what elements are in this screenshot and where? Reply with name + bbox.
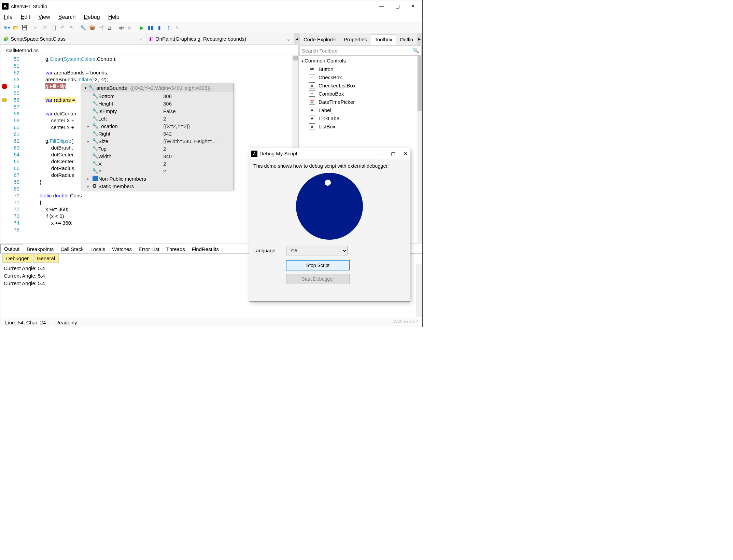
bottom-tab[interactable]: FindResults — [188, 245, 222, 253]
wrench-icon: 🔧 — [88, 85, 95, 91]
class-selector[interactable]: 🧩 ScriptSpace.ScriptClass ⌄ — [0, 33, 146, 44]
tab-outline[interactable]: Outlin — [396, 34, 417, 45]
toolbox-item[interactable]: A Label — [299, 106, 422, 114]
bottom-tab[interactable]: Output — [0, 244, 23, 253]
menu-debug[interactable]: Debug — [82, 13, 101, 21]
run-icon[interactable]: ▶ — [138, 24, 146, 32]
undo-icon[interactable]: ↶ — [58, 24, 67, 32]
bottom-tab[interactable]: Error List — [135, 245, 163, 253]
language-select[interactable]: C# — [286, 246, 348, 255]
marker-gutter — [0, 55, 9, 243]
tooltip-row[interactable]: 🔧 Top2 — [81, 145, 234, 152]
subtab-debugger[interactable]: Debugger — [2, 254, 32, 263]
minimize-button[interactable]: — — [378, 151, 383, 156]
tooltip-row[interactable]: 🔧 Width340 — [81, 152, 234, 160]
save-icon[interactable]: 💾 — [20, 24, 28, 32]
titlebar: A AlterNET Studio — ▢ ✕ — [0, 0, 422, 12]
toolbox-item-icon: 📅 — [309, 99, 315, 105]
toolbox-search[interactable]: Search Toolbox 🔍 — [299, 45, 422, 56]
close-button[interactable]: ✕ — [404, 151, 408, 156]
menubar: File Edit View Search Debug Help — [0, 12, 422, 22]
tool-icon-4[interactable]: 🖨 — [105, 24, 114, 32]
bottom-tab[interactable]: Watches — [109, 245, 135, 253]
toolbox-item[interactable]: ≣ CheckedListBox — [299, 81, 422, 89]
bottom-tab[interactable]: Breakpoints — [23, 245, 57, 253]
toolbox-item[interactable]: ab Button — [299, 65, 422, 73]
line-numbers: 5051525354555657585960616263646566676869… — [9, 55, 22, 243]
file-tab[interactable]: CallMethod.cs — [2, 46, 43, 55]
status-position: Line: 54, Char: 24 — [4, 320, 47, 325]
statusbar: Line: 54, Char: 24 Readonly — [0, 318, 422, 327]
toolbox-item[interactable]: 📅 DateTimePicker — [299, 98, 422, 106]
language-label: Language: — [253, 248, 281, 253]
paste-icon[interactable]: 📋 — [50, 24, 58, 32]
breakpoint-icon[interactable] — [2, 84, 7, 89]
tabs-scroll-left[interactable]: ◂ — [294, 33, 300, 45]
toolbox-item-label: Button — [319, 66, 333, 72]
maximize-button[interactable]: ▢ — [390, 1, 405, 12]
dot-circle — [325, 180, 331, 186]
tool-icon-3[interactable]: 📑 — [97, 24, 105, 32]
output-scrollbar[interactable] — [416, 264, 422, 317]
toolbox-item-label: Label — [319, 107, 331, 113]
tab-properties[interactable]: Properties — [340, 34, 371, 45]
tooltip-row[interactable]: 🔧 Y2 — [81, 167, 234, 175]
toolbox-item[interactable]: A LinkLabel — [299, 114, 422, 122]
stop-icon[interactable]: ▮ — [155, 24, 164, 32]
toolbox-group[interactable]: Common Controls — [299, 56, 422, 65]
step-over-icon[interactable]: ⤵ — [164, 24, 172, 32]
tooltip-row[interactable]: 🔧 Bottom308 — [81, 92, 234, 100]
toolbox-item-label: LinkLabel — [319, 115, 340, 121]
close-button[interactable]: ✕ — [405, 1, 421, 12]
tooltip-varname: arenaBounds — [96, 85, 127, 91]
step-into-icon[interactable]: ⤷ — [173, 24, 181, 32]
tab-toolbox[interactable]: Toolbox — [371, 34, 396, 45]
tooltip-row[interactable]: ▸🟦 Non-Public members — [81, 175, 234, 182]
tooltip-row[interactable]: 🔧 X2 — [81, 160, 234, 167]
nav-back-icon[interactable]: ◀▾ — [117, 24, 125, 32]
toolbox-item-icon: ▾ — [309, 90, 315, 97]
tooltip-row[interactable]: 🔧 Right342 — [81, 130, 234, 137]
bottom-tab[interactable]: Call Stack — [57, 245, 87, 253]
open-folder-icon[interactable]: 📂 — [11, 24, 19, 32]
tool-icon-2[interactable]: 📦 — [88, 24, 96, 32]
menu-search[interactable]: Search — [57, 13, 77, 21]
tooltip-row[interactable]: 🔧 IsEmptyFalse — [81, 107, 234, 115]
bottom-tab[interactable]: Threads — [163, 245, 188, 253]
tab-code-explorer[interactable]: Code Explorer — [300, 34, 340, 45]
tooltip-row[interactable]: ▸⚙ Static members — [81, 182, 234, 190]
tooltip-row[interactable]: ▸🔧 Size{{Width=340, Height=… — [81, 137, 234, 145]
tooltip-row[interactable]: ▸🔧 Location{{X=2,Y=2}} — [81, 122, 234, 130]
toolbox-item[interactable]: ✓ CheckBox — [299, 73, 422, 81]
menu-edit[interactable]: Edit — [19, 13, 32, 21]
subtab-general[interactable]: General — [33, 254, 59, 263]
app-title: AlterNET Studio — [11, 3, 47, 9]
fold-column — [22, 55, 27, 243]
file-tabs: CallMethod.cs — [0, 45, 298, 55]
debug-canvas — [253, 171, 406, 240]
search-icon: 🔍 — [413, 47, 419, 54]
new-file-icon[interactable]: 🗎▾ — [2, 24, 11, 32]
menu-view[interactable]: View — [37, 13, 51, 21]
nav-fwd-icon[interactable]: ▶ — [126, 24, 134, 32]
tabs-scroll-right[interactable]: ▸ — [417, 33, 422, 45]
cut-icon[interactable]: ✂ — [32, 24, 40, 32]
redo-icon[interactable]: ↷ — [67, 24, 75, 32]
tooltip-row[interactable]: 🔧 Left2 — [81, 115, 234, 122]
pause-icon[interactable]: ▮▮ — [146, 24, 155, 32]
tool-icon-1[interactable]: 🔧 — [79, 24, 87, 32]
copy-icon[interactable]: ⧉ — [41, 24, 49, 32]
toolbox-item[interactable]: ≣ ListBox — [299, 122, 422, 130]
debug-window-title: Debug My Script — [259, 151, 297, 156]
bottom-tab[interactable]: Locals — [87, 245, 109, 253]
tooltip-summary: {{X=2,Y=2,Width=340,Height=306}} — [130, 85, 211, 91]
menu-help[interactable]: Help — [107, 13, 121, 21]
minimize-button[interactable]: — — [374, 1, 390, 12]
menu-file[interactable]: File — [2, 13, 14, 21]
tooltip-row[interactable]: 🔧 Height306 — [81, 100, 234, 107]
toolbox-scrollbar[interactable] — [417, 56, 422, 243]
toolbox-item[interactable]: ▾ ComboBox — [299, 89, 422, 98]
maximize-button[interactable]: ▢ — [391, 151, 395, 156]
stop-script-button[interactable]: Stop Script — [286, 260, 350, 270]
method-selector[interactable]: ◧ OnPaint(Graphics g, Rectangle bounds) … — [146, 33, 294, 44]
